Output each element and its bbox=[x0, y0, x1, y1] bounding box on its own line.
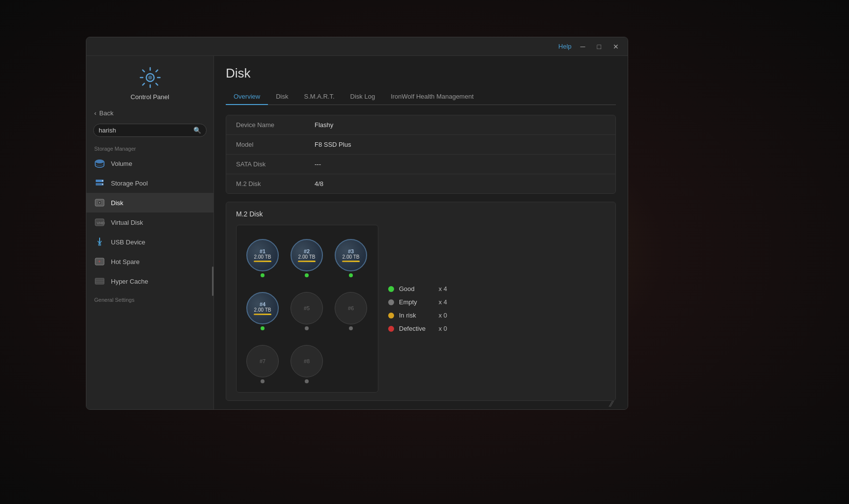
back-label: Back bbox=[99, 109, 113, 117]
back-button[interactable]: ‹ Back bbox=[86, 106, 213, 120]
svg-rect-15 bbox=[95, 278, 104, 284]
virtual-disk-label: Virtual Disk bbox=[111, 219, 143, 226]
defective-count: x 0 bbox=[439, 325, 447, 332]
svg-text:+: + bbox=[98, 259, 101, 264]
storage-pool-icon bbox=[94, 178, 105, 188]
model-label: Model bbox=[236, 141, 315, 148]
disk-circle-4: #4 2.00 TB bbox=[246, 292, 279, 324]
volume-icon bbox=[94, 158, 105, 169]
disk-2-bar bbox=[298, 261, 316, 262]
sidebar-item-usb-device[interactable]: USB Device bbox=[86, 232, 213, 252]
disk-3-bar bbox=[342, 261, 360, 262]
disk-section-title: M.2 Disk bbox=[236, 210, 606, 218]
disk-8-num: #8 bbox=[304, 358, 310, 364]
info-row-model: Model F8 SSD Plus bbox=[226, 135, 615, 155]
sata-label: SATA Disk bbox=[236, 160, 315, 168]
disk-slot-1[interactable]: #1 2.00 TB bbox=[242, 231, 283, 280]
good-dot bbox=[388, 286, 394, 292]
disk-2-indicator bbox=[305, 273, 309, 277]
svg-point-5 bbox=[102, 180, 103, 181]
disk-1-size: 2.00 TB bbox=[254, 254, 271, 260]
tab-smart[interactable]: S.M.A.R.T. bbox=[296, 89, 342, 105]
tab-overview[interactable]: Overview bbox=[226, 89, 268, 105]
virtual-disk-icon: VHD bbox=[94, 217, 105, 228]
close-button[interactable]: ✕ bbox=[610, 42, 622, 52]
legend-empty: Empty x 4 bbox=[388, 298, 447, 306]
tab-ironwolf[interactable]: IronWolf Health Management bbox=[383, 89, 481, 105]
search-button[interactable]: 🔍 bbox=[193, 127, 201, 134]
disk-section: M.2 Disk #1 2.00 TB bbox=[226, 202, 616, 401]
tab-disk-log[interactable]: Disk Log bbox=[343, 89, 383, 105]
hyper-cache-label: Hyper Cache bbox=[111, 278, 148, 285]
volume-label: Volume bbox=[111, 160, 132, 167]
maximize-button[interactable]: □ bbox=[594, 42, 604, 52]
svg-rect-12 bbox=[98, 243, 101, 246]
info-row-device-name: Device Name Flashy bbox=[226, 115, 615, 135]
empty-label: Empty bbox=[399, 298, 417, 306]
help-link[interactable]: Help bbox=[558, 43, 572, 50]
sidebar-header: Control Panel bbox=[86, 56, 213, 106]
sidebar-item-virtual-disk[interactable]: VHD Virtual Disk bbox=[86, 212, 213, 232]
disk-slot-6[interactable]: #6 bbox=[331, 284, 371, 333]
sidebar-item-volume[interactable]: Volume bbox=[86, 154, 213, 173]
legend-in-risk: In risk x 0 bbox=[388, 312, 447, 319]
disk-1-bar bbox=[254, 261, 271, 262]
disk-4-indicator bbox=[261, 326, 265, 330]
disk-4-num: #4 bbox=[260, 301, 265, 307]
svg-text:VHD: VHD bbox=[97, 221, 105, 225]
disk-slot-2[interactable]: #2 2.00 TB bbox=[287, 231, 327, 280]
content-area: Control Panel ‹ Back 🔍 Storage Manager V… bbox=[86, 56, 628, 409]
minimize-button[interactable]: ─ bbox=[578, 42, 588, 52]
info-row-sata: SATA Disk --- bbox=[226, 155, 615, 174]
empty-count: x 4 bbox=[439, 298, 447, 306]
general-settings-section-label: General Settings bbox=[86, 291, 213, 305]
disk-3-num: #3 bbox=[348, 248, 354, 254]
usb-icon bbox=[94, 237, 105, 247]
disk-slot-8[interactable]: #8 bbox=[287, 337, 327, 386]
svg-point-6 bbox=[102, 184, 103, 185]
legend-defective: Defective x 0 bbox=[388, 325, 447, 332]
m2-value: 4/8 bbox=[315, 180, 323, 187]
resize-handle[interactable]: ∕∕ bbox=[223, 400, 613, 409]
defective-label: Defective bbox=[399, 325, 425, 332]
disk-slot-4[interactable]: #4 2.00 TB bbox=[242, 284, 283, 333]
sidebar-item-disk[interactable]: Disk bbox=[86, 193, 213, 212]
page-title: Disk bbox=[226, 66, 616, 81]
svg-point-1 bbox=[148, 76, 152, 80]
disk-slot-5[interactable]: #5 bbox=[287, 284, 327, 333]
hot-spare-label: Hot Spare bbox=[111, 258, 140, 265]
disk-1-num: #1 bbox=[260, 248, 265, 254]
empty-dot bbox=[388, 299, 394, 305]
window-controls: Help ─ □ ✕ bbox=[558, 42, 622, 52]
usb-device-label: USB Device bbox=[111, 239, 145, 246]
disk-circle-3: #3 2.00 TB bbox=[335, 239, 367, 271]
info-card: Device Name Flashy Model F8 SSD Plus SAT… bbox=[226, 115, 616, 194]
disk-2-size: 2.00 TB bbox=[298, 254, 316, 260]
sidebar-item-hyper-cache[interactable]: Hyper Cache bbox=[86, 271, 213, 291]
sidebar-item-storage-pool[interactable]: Storage Pool bbox=[86, 173, 213, 193]
main-panel: Disk Overview Disk S.M.A.R.T. Disk Log I… bbox=[214, 56, 628, 409]
search-input[interactable] bbox=[99, 127, 193, 134]
disk-slot-3[interactable]: #3 2.00 TB bbox=[331, 231, 371, 280]
tab-disk[interactable]: Disk bbox=[268, 89, 296, 105]
disk-slot-7[interactable]: #7 bbox=[242, 337, 283, 386]
sidebar-item-hot-spare[interactable]: + Hot Spare bbox=[86, 252, 213, 271]
disk-8-indicator bbox=[305, 379, 309, 383]
info-row-m2: M.2 Disk 4/8 bbox=[226, 174, 615, 193]
search-box: 🔍 bbox=[93, 124, 207, 137]
disk-legend: Good x 4 Empty x 4 In risk x 0 bbox=[388, 225, 447, 393]
disk-icon bbox=[94, 197, 105, 208]
in-risk-label: In risk bbox=[399, 312, 416, 319]
disk-empty-5: #5 bbox=[291, 292, 323, 324]
model-value: F8 SSD Plus bbox=[315, 141, 351, 148]
disk-4-size: 2.00 TB bbox=[254, 307, 271, 313]
storage-manager-section-label: Storage Manager bbox=[86, 141, 213, 154]
tab-bar: Overview Disk S.M.A.R.T. Disk Log IronWo… bbox=[226, 89, 616, 105]
disk-circle-2: #2 2.00 TB bbox=[291, 239, 323, 271]
disk-empty-8: #8 bbox=[291, 345, 323, 377]
in-risk-dot bbox=[388, 313, 394, 318]
disk-3-indicator bbox=[349, 273, 353, 277]
m2-label: M.2 Disk bbox=[236, 180, 315, 187]
disk-1-indicator bbox=[261, 273, 265, 277]
disk-label: Disk bbox=[111, 199, 123, 207]
